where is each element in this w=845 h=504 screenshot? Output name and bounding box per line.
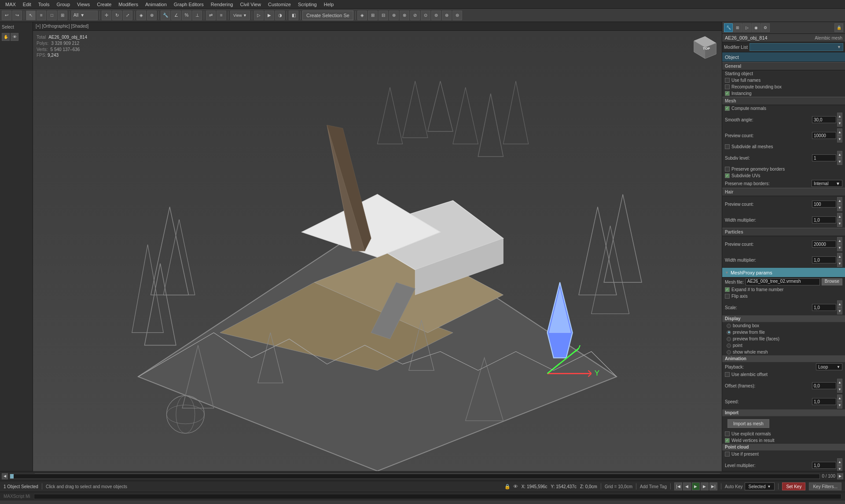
undo-button[interactable]: ↩	[2, 11, 11, 20]
bounding-box-radio-row[interactable]: bounding box	[722, 322, 845, 329]
scale-up[interactable]: ▲	[837, 300, 842, 307]
use-if-present-checkbox[interactable]	[725, 452, 730, 457]
menu-rendering[interactable]: Rendering	[207, 0, 237, 8]
level-mult-input[interactable]: 1,0	[812, 462, 836, 469]
preview-count-down[interactable]: ▼	[837, 135, 842, 142]
motion-tab[interactable]: ▷	[742, 23, 751, 32]
preview-from-file-radio[interactable]	[727, 330, 731, 335]
level-mult-spinner[interactable]: 1,0 ▲ ▼	[812, 458, 842, 471]
menu-animation[interactable]: Animation	[142, 0, 170, 8]
explicit-normals-checkbox[interactable]	[725, 431, 730, 436]
subdivide-all-meshes-row[interactable]: Subdivide all meshes	[722, 143, 845, 150]
select-move-button[interactable]: ✛	[102, 11, 111, 20]
extra-btn-5[interactable]: ⊗	[400, 11, 409, 20]
recompute-bounding-box-row[interactable]: Recompute bounding box	[722, 84, 845, 90]
reference-coord-button[interactable]: ◈	[136, 11, 146, 20]
particles-width-input[interactable]: 1,0	[812, 256, 836, 263]
preview-count-spinner[interactable]: 10000 ▲ ▼	[812, 128, 842, 142]
preserve-geometry-checkbox[interactable]	[725, 167, 730, 172]
preview-faces-radio[interactable]	[727, 337, 731, 341]
viewport-canvas[interactable]: Y Total AE26_009_	[33, 31, 722, 471]
view-dropdown-button[interactable]: View ▼	[230, 11, 250, 20]
window-crossing-button[interactable]: ⊞	[58, 11, 67, 20]
smooth-angle-up[interactable]: ▲	[837, 113, 842, 120]
first-frame-btn[interactable]: |◀	[674, 482, 682, 490]
material-editor-button[interactable]: ◧	[289, 11, 298, 20]
hair-preview-input[interactable]: 100	[812, 201, 836, 208]
smooth-angle-spinner[interactable]: 30,0 ▲ ▼	[812, 113, 842, 127]
activeshade-button[interactable]: ◑	[275, 11, 285, 20]
menu-graph-editors[interactable]: Graph Editors	[170, 0, 207, 8]
menu-tools[interactable]: Tools	[35, 0, 53, 8]
extra-btn-6[interactable]: ⊘	[410, 11, 420, 20]
modify-tab[interactable]: 🔧	[724, 23, 733, 32]
offset-spinner[interactable]: 0,0 ▲ ▼	[812, 379, 842, 393]
hair-width-spinner[interactable]: 1,0 ▲ ▼	[812, 213, 842, 227]
smooth-angle-down[interactable]: ▼	[837, 120, 842, 127]
lock-btn[interactable]: 🔒	[834, 23, 843, 32]
scale-spinner[interactable]: 1,0 ▲ ▼	[812, 300, 842, 314]
import-as-mesh-button[interactable]: Import as mesh	[727, 419, 769, 428]
extra-btn-2[interactable]: ⊞	[368, 11, 378, 20]
extra-btn-4[interactable]: ⊕	[389, 11, 399, 20]
snap-toggle-button[interactable]: 🔧	[161, 11, 170, 20]
expand-frame-checkbox[interactable]: ✓	[725, 287, 730, 292]
recompute-bb-checkbox[interactable]	[725, 84, 730, 89]
hair-preview-up[interactable]: ▲	[837, 197, 842, 204]
speed-spinner[interactable]: 1,0 ▲ ▼	[812, 394, 842, 409]
menu-scripting[interactable]: Scripting	[294, 0, 320, 8]
extra-btn-8[interactable]: ⊚	[431, 11, 441, 20]
mesh-file-input[interactable]: AE26_009_tree_02.vrmesh	[746, 278, 820, 285]
modifier-dropdown-arrow[interactable]: ▼	[837, 45, 841, 49]
add-time-tag[interactable]: Add Time Tag	[640, 484, 667, 489]
speed-input[interactable]: 1,0	[812, 398, 836, 405]
instancing-row[interactable]: ✓ Instancing	[722, 90, 845, 97]
offset-input[interactable]: 0,0	[812, 382, 836, 389]
select-by-name-button[interactable]: ≡	[37, 11, 46, 20]
meshproxy-header[interactable]: ▼ MeshProxy params	[722, 268, 845, 278]
extra-btn-3[interactable]: ⊟	[378, 11, 388, 20]
preserve-geometry-row[interactable]: Preserve geometry borders	[722, 166, 845, 172]
play-btn[interactable]: ▶	[692, 482, 700, 490]
offset-down[interactable]: ▼	[837, 386, 842, 393]
select-object-button[interactable]: ↖	[26, 11, 36, 20]
browse-button[interactable]: Browse	[822, 278, 842, 285]
particles-width-down[interactable]: ▼	[837, 260, 842, 267]
extra-btn-1[interactable]: ◈	[357, 11, 367, 20]
utilities-tab[interactable]: ⚙	[761, 23, 770, 32]
timeline-track[interactable]	[10, 474, 820, 479]
use-alembic-offset-row[interactable]: Use alembic offset	[722, 371, 845, 378]
menu-views[interactable]: Views	[73, 0, 93, 8]
menu-modifiers[interactable]: Modifiers	[115, 0, 142, 8]
subdiv-up[interactable]: ▲	[837, 151, 842, 158]
particles-preview-input[interactable]: 20000	[812, 241, 836, 248]
hair-width-down[interactable]: ▼	[837, 220, 842, 227]
timeline-right-arrow[interactable]: ▶	[837, 473, 843, 479]
use-explicit-normals-row[interactable]: Use explicit normals	[722, 431, 845, 437]
menu-civil-view[interactable]: Civil View	[236, 0, 264, 8]
compute-normals-checkbox[interactable]: ✓	[725, 106, 730, 111]
weld-vertices-checkbox[interactable]: ✓	[725, 438, 730, 443]
menu-max[interactable]: MAX	[2, 0, 19, 8]
render-button[interactable]: ▶	[265, 11, 274, 20]
last-frame-btn[interactable]: ▶|	[709, 482, 717, 490]
offset-up[interactable]: ▲	[837, 379, 842, 386]
set-key-button[interactable]: Set Key	[782, 482, 805, 490]
scale-button[interactable]: ⤢	[123, 11, 132, 20]
filter-dropdown[interactable]: All ▼	[71, 11, 98, 20]
hair-preview-down[interactable]: ▼	[837, 204, 842, 211]
selected-dropdown[interactable]: Selected ▼	[745, 482, 775, 490]
prev-frame-btn[interactable]: ◀	[683, 482, 691, 490]
preview-faces-radio-row[interactable]: preview from file (faces)	[722, 336, 845, 342]
percent-snap-button[interactable]: %	[182, 11, 191, 20]
particles-preview-up[interactable]: ▲	[837, 237, 842, 244]
level-mult-up[interactable]: ▲	[837, 458, 842, 465]
key-filters-button[interactable]: Key Filters...	[809, 482, 841, 490]
point-radio-row[interactable]: point	[722, 342, 845, 349]
menu-customize[interactable]: Customize	[265, 0, 294, 8]
instancing-checkbox[interactable]: ✓	[725, 91, 730, 96]
align-button[interactable]: ≡	[217, 11, 226, 20]
particles-width-spinner[interactable]: 1,0 ▲ ▼	[812, 253, 842, 267]
compute-normals-row[interactable]: ✓ Compute normals	[722, 105, 845, 112]
show-whole-mesh-radio[interactable]	[727, 350, 731, 354]
